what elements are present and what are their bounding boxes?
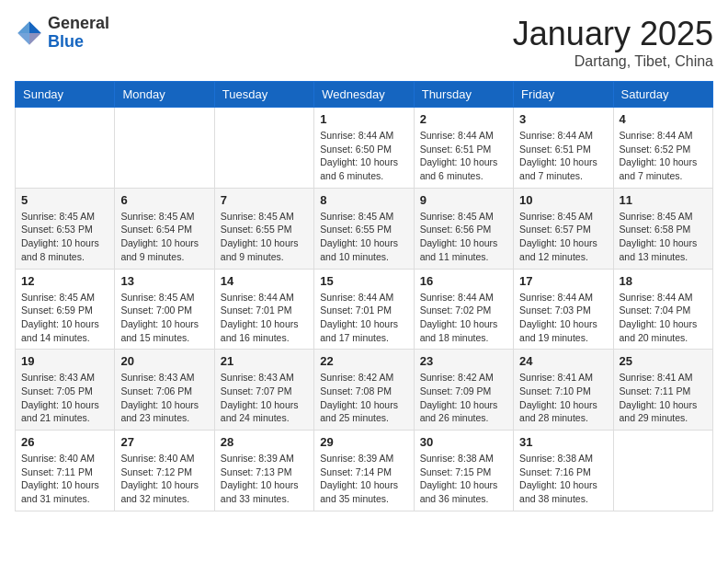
calendar-cell <box>16 108 115 189</box>
calendar-cell: 16Sunrise: 8:44 AM Sunset: 7:02 PM Dayli… <box>414 269 513 350</box>
day-number: 17 <box>519 274 607 288</box>
day-info: Sunrise: 8:44 AM Sunset: 7:01 PM Dayligh… <box>221 291 308 345</box>
calendar-cell: 15Sunrise: 8:44 AM Sunset: 7:01 PM Dayli… <box>314 269 414 350</box>
day-info: Sunrise: 8:44 AM Sunset: 6:51 PM Dayligh… <box>519 129 607 183</box>
day-number: 12 <box>21 274 108 288</box>
calendar-cell: 14Sunrise: 8:44 AM Sunset: 7:01 PM Dayli… <box>214 269 313 350</box>
calendar-cell: 1Sunrise: 8:44 AM Sunset: 6:50 PM Daylig… <box>314 108 414 189</box>
day-info: Sunrise: 8:44 AM Sunset: 6:52 PM Dayligh… <box>620 129 707 183</box>
calendar-header-thursday: Thursday <box>414 82 513 108</box>
day-info: Sunrise: 8:45 AM Sunset: 6:56 PM Dayligh… <box>420 210 507 264</box>
calendar-header-sunday: Sunday <box>16 82 115 108</box>
calendar-header-monday: Monday <box>115 82 214 108</box>
day-info: Sunrise: 8:44 AM Sunset: 7:04 PM Dayligh… <box>620 291 707 345</box>
day-number: 13 <box>120 274 208 288</box>
calendar-cell: 13Sunrise: 8:45 AM Sunset: 7:00 PM Dayli… <box>115 269 214 350</box>
day-info: Sunrise: 8:40 AM Sunset: 7:11 PM Dayligh… <box>21 452 108 506</box>
day-number: 22 <box>320 354 407 368</box>
calendar-cell <box>214 108 313 189</box>
calendar-cell: 6Sunrise: 8:45 AM Sunset: 6:54 PM Daylig… <box>115 188 214 269</box>
calendar-cell: 24Sunrise: 8:41 AM Sunset: 7:10 PM Dayli… <box>514 350 613 431</box>
calendar-header-wednesday: Wednesday <box>314 82 414 108</box>
day-info: Sunrise: 8:38 AM Sunset: 7:15 PM Dayligh… <box>420 452 507 506</box>
logo: General Blue <box>15 15 109 52</box>
day-info: Sunrise: 8:45 AM Sunset: 6:54 PM Dayligh… <box>120 210 208 264</box>
day-info: Sunrise: 8:41 AM Sunset: 7:11 PM Dayligh… <box>620 371 707 425</box>
day-number: 30 <box>420 435 507 449</box>
day-info: Sunrise: 8:45 AM Sunset: 7:00 PM Dayligh… <box>120 291 208 345</box>
day-info: Sunrise: 8:45 AM Sunset: 6:57 PM Dayligh… <box>519 210 607 264</box>
calendar-cell: 21Sunrise: 8:43 AM Sunset: 7:07 PM Dayli… <box>214 350 313 431</box>
logo-general-text: General <box>48 14 109 32</box>
day-info: Sunrise: 8:39 AM Sunset: 7:14 PM Dayligh… <box>320 452 407 506</box>
day-number: 23 <box>420 354 507 368</box>
day-info: Sunrise: 8:44 AM Sunset: 6:51 PM Dayligh… <box>420 129 507 183</box>
day-number: 24 <box>519 354 607 368</box>
day-info: Sunrise: 8:42 AM Sunset: 7:08 PM Dayligh… <box>320 371 407 425</box>
day-info: Sunrise: 8:43 AM Sunset: 7:05 PM Dayligh… <box>21 371 108 425</box>
day-number: 4 <box>620 112 707 126</box>
day-info: Sunrise: 8:39 AM Sunset: 7:13 PM Dayligh… <box>221 452 308 506</box>
calendar-header-row: SundayMondayTuesdayWednesdayThursdayFrid… <box>16 82 713 108</box>
day-number: 19 <box>21 354 108 368</box>
day-info: Sunrise: 8:43 AM Sunset: 7:06 PM Dayligh… <box>120 371 208 425</box>
day-number: 21 <box>221 354 308 368</box>
calendar-cell: 2Sunrise: 8:44 AM Sunset: 6:51 PM Daylig… <box>414 108 513 189</box>
day-number: 29 <box>320 435 407 449</box>
calendar-week-row: 12Sunrise: 8:45 AM Sunset: 6:59 PM Dayli… <box>16 269 713 350</box>
calendar-cell: 10Sunrise: 8:45 AM Sunset: 6:57 PM Dayli… <box>514 188 613 269</box>
day-info: Sunrise: 8:45 AM Sunset: 6:55 PM Dayligh… <box>221 210 308 264</box>
day-info: Sunrise: 8:44 AM Sunset: 7:01 PM Dayligh… <box>320 291 407 345</box>
day-number: 28 <box>221 435 308 449</box>
day-number: 27 <box>120 435 208 449</box>
day-number: 25 <box>620 354 707 368</box>
day-number: 11 <box>620 193 707 207</box>
day-info: Sunrise: 8:43 AM Sunset: 7:07 PM Dayligh… <box>221 371 308 425</box>
day-number: 6 <box>120 193 208 207</box>
svg-marker-0 <box>29 21 41 33</box>
svg-marker-3 <box>29 33 41 45</box>
calendar-cell: 5Sunrise: 8:45 AM Sunset: 6:53 PM Daylig… <box>16 188 115 269</box>
calendar-cell: 27Sunrise: 8:40 AM Sunset: 7:12 PM Dayli… <box>115 431 214 511</box>
calendar-week-row: 5Sunrise: 8:45 AM Sunset: 6:53 PM Daylig… <box>16 188 713 269</box>
calendar-cell: 23Sunrise: 8:42 AM Sunset: 7:09 PM Dayli… <box>414 350 513 431</box>
day-number: 18 <box>620 274 707 288</box>
calendar-cell: 28Sunrise: 8:39 AM Sunset: 7:13 PM Dayli… <box>214 431 313 511</box>
calendar-table: SundayMondayTuesdayWednesdayThursdayFrid… <box>15 81 713 511</box>
calendar-cell: 17Sunrise: 8:44 AM Sunset: 7:03 PM Dayli… <box>514 269 613 350</box>
day-info: Sunrise: 8:45 AM Sunset: 6:58 PM Dayligh… <box>620 210 707 264</box>
page-header: General Blue January 2025 Dartang, Tibet… <box>15 15 713 70</box>
calendar-cell <box>115 108 214 189</box>
day-number: 31 <box>519 435 607 449</box>
day-info: Sunrise: 8:44 AM Sunset: 7:03 PM Dayligh… <box>519 291 607 345</box>
calendar-cell: 11Sunrise: 8:45 AM Sunset: 6:58 PM Dayli… <box>613 188 712 269</box>
calendar-week-row: 19Sunrise: 8:43 AM Sunset: 7:05 PM Dayli… <box>16 350 713 431</box>
calendar-cell: 31Sunrise: 8:38 AM Sunset: 7:16 PM Dayli… <box>514 431 613 511</box>
calendar-cell <box>613 431 712 511</box>
day-number: 9 <box>420 193 507 207</box>
calendar-header-saturday: Saturday <box>613 82 712 108</box>
day-info: Sunrise: 8:42 AM Sunset: 7:09 PM Dayligh… <box>420 371 507 425</box>
day-number: 15 <box>320 274 407 288</box>
calendar-cell: 30Sunrise: 8:38 AM Sunset: 7:15 PM Dayli… <box>414 431 513 511</box>
day-info: Sunrise: 8:45 AM Sunset: 6:59 PM Dayligh… <box>21 291 108 345</box>
calendar-cell: 25Sunrise: 8:41 AM Sunset: 7:11 PM Dayli… <box>613 350 712 431</box>
calendar-cell: 19Sunrise: 8:43 AM Sunset: 7:05 PM Dayli… <box>16 350 115 431</box>
day-info: Sunrise: 8:41 AM Sunset: 7:10 PM Dayligh… <box>519 371 607 425</box>
day-number: 1 <box>320 112 407 126</box>
month-title: January 2025 <box>513 15 713 53</box>
day-info: Sunrise: 8:44 AM Sunset: 7:02 PM Dayligh… <box>420 291 507 345</box>
svg-marker-2 <box>17 33 29 45</box>
day-info: Sunrise: 8:45 AM Sunset: 6:55 PM Dayligh… <box>320 210 407 264</box>
calendar-cell: 7Sunrise: 8:45 AM Sunset: 6:55 PM Daylig… <box>214 188 313 269</box>
day-number: 8 <box>320 193 407 207</box>
day-number: 3 <box>519 112 607 126</box>
location: Dartang, Tibet, China <box>513 53 713 70</box>
calendar-cell: 26Sunrise: 8:40 AM Sunset: 7:11 PM Dayli… <box>16 431 115 511</box>
day-info: Sunrise: 8:40 AM Sunset: 7:12 PM Dayligh… <box>120 452 208 506</box>
calendar-week-row: 1Sunrise: 8:44 AM Sunset: 6:50 PM Daylig… <box>16 108 713 189</box>
title-block: January 2025 Dartang, Tibet, China <box>513 15 713 70</box>
calendar-cell: 12Sunrise: 8:45 AM Sunset: 6:59 PM Dayli… <box>16 269 115 350</box>
calendar-cell: 4Sunrise: 8:44 AM Sunset: 6:52 PM Daylig… <box>613 108 712 189</box>
logo-icon <box>15 18 44 48</box>
